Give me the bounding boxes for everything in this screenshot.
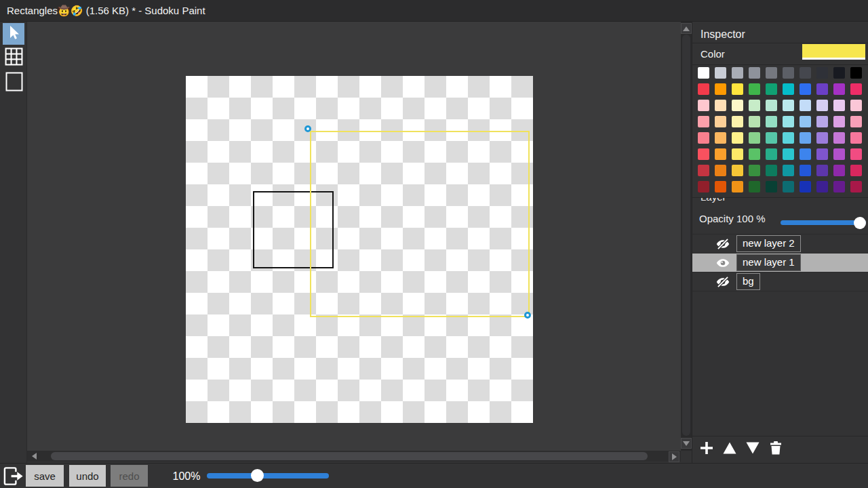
palette-swatch[interactable] [766, 83, 777, 95]
palette-swatch[interactable] [833, 148, 845, 160]
move-layer-up-button[interactable] [721, 441, 738, 458]
palette-swatch[interactable] [816, 165, 828, 176]
palette-swatch[interactable] [816, 67, 828, 79]
palette-swatch[interactable] [850, 116, 862, 127]
palette-swatch[interactable] [732, 148, 743, 160]
rectangle-tool-button[interactable] [5, 73, 24, 94]
palette-swatch[interactable] [800, 181, 811, 192]
palette-swatch[interactable] [715, 83, 726, 95]
palette-swatch[interactable] [783, 148, 794, 160]
palette-swatch[interactable] [833, 116, 845, 127]
palette-swatch[interactable] [749, 132, 760, 144]
layer-row[interactable]: new layer 1 [692, 253, 868, 272]
palette-swatch[interactable] [749, 148, 760, 160]
palette-swatch[interactable] [800, 83, 811, 95]
layer-row[interactable]: bg [692, 272, 868, 291]
palette-swatch[interactable] [732, 181, 743, 192]
palette-swatch[interactable] [850, 132, 862, 144]
palette-swatch[interactable] [783, 132, 794, 144]
palette-swatch[interactable] [766, 181, 777, 192]
palette-swatch[interactable] [850, 100, 862, 111]
palette-swatch[interactable] [766, 67, 777, 79]
palette-swatch[interactable] [698, 148, 709, 160]
palette-swatch[interactable] [749, 181, 760, 192]
canvas[interactable] [186, 76, 533, 423]
palette-swatch[interactable] [698, 181, 709, 192]
palette-swatch[interactable] [816, 132, 828, 144]
layer-row[interactable]: new layer 2 [692, 235, 868, 253]
palette-swatch[interactable] [816, 100, 828, 111]
palette-swatch[interactable] [850, 83, 862, 95]
move-layer-down-button[interactable] [744, 441, 762, 458]
eye-hidden-icon[interactable] [715, 275, 731, 289]
palette-swatch[interactable] [800, 148, 811, 160]
palette-swatch[interactable] [749, 67, 760, 79]
current-color-swatch[interactable] [802, 44, 865, 60]
palette-swatch[interactable] [715, 67, 726, 79]
palette-swatch[interactable] [816, 83, 828, 95]
scroll-up-button[interactable] [681, 23, 692, 34]
palette-swatch[interactable] [816, 181, 828, 192]
palette-swatch[interactable] [749, 165, 760, 176]
palette-swatch[interactable] [800, 132, 811, 144]
zoom-slider[interactable] [207, 473, 329, 479]
palette-swatch[interactable] [833, 181, 845, 192]
palette-swatch[interactable] [833, 132, 845, 144]
delete-layer-button[interactable] [767, 441, 785, 458]
palette-swatch[interactable] [783, 181, 794, 192]
palette-swatch[interactable] [833, 165, 845, 176]
palette-swatch[interactable] [715, 148, 726, 160]
scroll-left-button[interactable] [28, 451, 39, 462]
palette-swatch[interactable] [766, 148, 777, 160]
vertical-scrollbar-thumb[interactable] [682, 35, 690, 436]
eye-visible-icon[interactable] [715, 256, 731, 270]
palette-swatch[interactable] [816, 148, 828, 160]
scroll-right-button[interactable] [669, 451, 679, 462]
palette-swatch[interactable] [850, 67, 862, 79]
add-layer-button[interactable] [698, 441, 715, 458]
palette-swatch[interactable] [850, 148, 862, 160]
palette-swatch[interactable] [800, 67, 811, 79]
palette-swatch[interactable] [816, 116, 828, 127]
palette-swatch[interactable] [698, 67, 709, 79]
palette-swatch[interactable] [800, 116, 811, 127]
palette-swatch[interactable] [833, 100, 845, 111]
palette-swatch[interactable] [715, 181, 726, 192]
palette-swatch[interactable] [766, 116, 777, 127]
palette-swatch[interactable] [783, 165, 794, 176]
zoom-slider-handle[interactable] [251, 469, 264, 482]
palette-swatch[interactable] [850, 181, 862, 192]
palette-swatch[interactable] [732, 83, 743, 95]
palette-swatch[interactable] [698, 165, 709, 176]
palette-swatch[interactable] [783, 67, 794, 79]
selection-handle-top-left[interactable] [304, 125, 311, 132]
undo-button[interactable]: undo [69, 465, 106, 487]
palette-swatch[interactable] [732, 116, 743, 127]
opacity-slider-handle[interactable] [854, 217, 866, 229]
palette-swatch[interactable] [749, 116, 760, 127]
palette-swatch[interactable] [732, 67, 743, 79]
layer-name-input[interactable]: new layer 2 [736, 235, 801, 252]
palette-swatch[interactable] [766, 165, 777, 176]
layer-name-input[interactable]: new layer 1 [736, 254, 801, 271]
palette-swatch[interactable] [783, 116, 794, 127]
palette-swatch[interactable] [749, 83, 760, 95]
palette-swatch[interactable] [715, 116, 726, 127]
selected-rectangle-shape[interactable] [310, 131, 530, 317]
palette-swatch[interactable] [783, 100, 794, 111]
palette-swatch[interactable] [715, 100, 726, 111]
scroll-down-button[interactable] [681, 438, 692, 449]
selection-handle-bottom-right[interactable] [524, 312, 531, 319]
palette-swatch[interactable] [698, 100, 709, 111]
palette-swatch[interactable] [732, 100, 743, 111]
palette-swatch[interactable] [698, 116, 709, 127]
select-tool-button[interactable] [3, 23, 24, 45]
grid-tool-button[interactable] [4, 48, 24, 68]
palette-swatch[interactable] [749, 100, 760, 111]
redo-button[interactable]: redo [111, 465, 148, 487]
canvas-viewport[interactable] [27, 22, 681, 451]
layer-name-input[interactable]: bg [736, 273, 760, 290]
palette-swatch[interactable] [698, 132, 709, 144]
palette-swatch[interactable] [732, 132, 743, 144]
horizontal-scrollbar[interactable] [27, 451, 681, 462]
